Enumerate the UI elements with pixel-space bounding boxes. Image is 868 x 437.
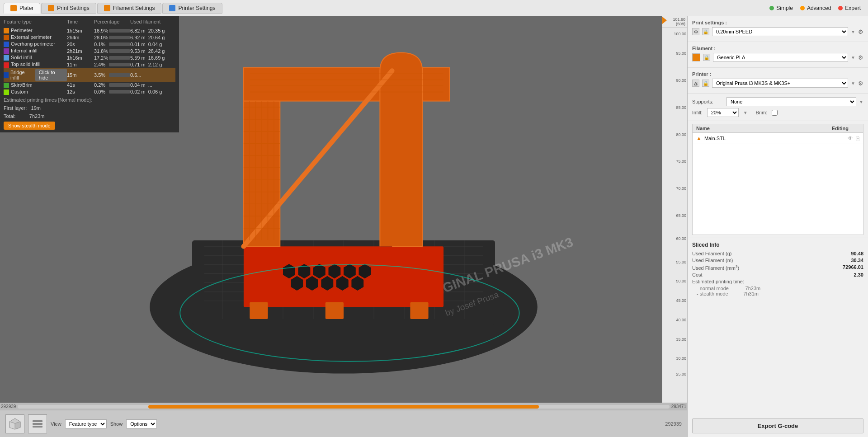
brim-label: Brim: xyxy=(756,110,768,115)
tab-plater[interactable]: Plater xyxy=(4,3,40,14)
main-layout: Feature type Time Percentage Used filame… xyxy=(0,16,868,437)
normal-mode-label: - normal mode xyxy=(697,286,729,291)
tab-filament-settings[interactable]: Filament Settings xyxy=(97,3,162,14)
tab-printer-settings[interactable]: Printer Settings xyxy=(162,3,222,14)
mode-simple[interactable]: Simple xyxy=(769,5,793,11)
printer-lock-icon[interactable]: 🔒 xyxy=(702,80,709,87)
printer-section: Printer : 🖨 🔒 Original Prusa i3 MK3S & M… xyxy=(688,68,868,94)
filament-label: Filament : xyxy=(692,46,863,51)
printer-settings-icon xyxy=(169,5,175,11)
sliced-row-cost: Cost 2.30 xyxy=(692,272,863,277)
simple-dot xyxy=(769,6,774,10)
mode-advanced-label: Advanced xyxy=(807,5,831,11)
eye-icon[interactable]: 👁 xyxy=(848,135,853,141)
filament-row: 🔒 Generic PLA ▼ ⚙ xyxy=(692,53,863,62)
supports-dropdown-arrow[interactable]: ▼ xyxy=(859,99,863,104)
supports-select[interactable]: None xyxy=(726,97,856,106)
mode-expert[interactable]: Expert xyxy=(838,5,861,11)
col-name-label: Name xyxy=(696,126,823,131)
object-list-empty xyxy=(693,144,863,235)
top-tabs-bar: Plater Print Settings Filament Settings … xyxy=(0,0,868,16)
normal-mode-val: 7h23m xyxy=(745,286,761,291)
h-scrollbar-thumb[interactable] xyxy=(148,405,539,409)
sliced-row-g: Used Filament (g) 90.48 xyxy=(692,251,863,256)
tab-plater-label: Plater xyxy=(19,5,33,11)
options-select[interactable]: Options xyxy=(126,419,157,428)
ruler-arrow xyxy=(662,17,667,24)
printer-select[interactable]: Original Prusa i3 MK3S & MK3S+ xyxy=(712,79,848,88)
mode-expert-label: Expert xyxy=(845,5,861,11)
bottom-coords: 292939 xyxy=(665,421,682,427)
print-settings-select[interactable]: 0.20mm SPEED xyxy=(712,27,848,36)
feature-type-select[interactable]: Feature type xyxy=(65,419,107,428)
supports-row: Supports: None ▼ xyxy=(692,97,863,106)
stealth-mode-label: - stealth mode xyxy=(697,291,728,296)
filament-config-icon[interactable]: ⚙ xyxy=(858,54,863,61)
filament-section: Filament : 🔒 Generic PLA ▼ ⚙ xyxy=(688,42,868,68)
mode-selector: Simple Advanced Expert xyxy=(769,5,864,11)
sliced-g-label: Used Filament (g) xyxy=(692,251,731,256)
svg-rect-20 xyxy=(244,246,443,307)
printer-row: 🖨 🔒 Original Prusa i3 MK3S & MK3S+ ▼ ⚙ xyxy=(692,79,863,88)
view-label: View xyxy=(51,421,61,427)
infill-select[interactable]: 20% xyxy=(707,108,739,117)
tab-filament-settings-label: Filament Settings xyxy=(113,5,155,11)
export-gcode-button[interactable]: Export G-code xyxy=(692,418,863,433)
edit-icon[interactable]: ⎘ xyxy=(856,135,859,142)
plater-icon xyxy=(10,5,17,11)
right-content: Print settings : ⚙ 🔒 0.20mm SPEED ▼ ⚙ Fi… xyxy=(688,16,868,415)
sliced-row-mm3: Used Filament (mm3) 72966.01 xyxy=(692,264,863,271)
supports-infill-section: Supports: None ▼ Infill: 20% ▼ Brim: xyxy=(688,94,868,121)
sliced-est-label-row: Estimated printing time: xyxy=(692,279,863,284)
brim-checkbox[interactable] xyxy=(772,110,778,116)
filament-color-swatch[interactable] xyxy=(692,53,700,61)
viewport[interactable]: Feature type Time Percentage Used filame… xyxy=(0,16,687,437)
printer-config-icon[interactable]: ⚙ xyxy=(858,80,863,87)
layers-icon xyxy=(31,418,44,430)
tabs-left: Plater Print Settings Filament Settings … xyxy=(4,3,222,14)
sliced-m-value: 30.34 xyxy=(851,258,863,263)
print-settings-lock-icon[interactable]: 🔒 xyxy=(702,28,709,35)
sliced-est-label: Estimated printing time: xyxy=(692,279,744,284)
h-scrollbar-track[interactable] xyxy=(18,405,669,409)
svg-rect-59 xyxy=(326,302,344,319)
sliced-cost-label: Cost xyxy=(692,272,703,277)
tab-printer-settings-label: Printer Settings xyxy=(178,5,215,11)
view-layers-button[interactable] xyxy=(28,414,47,433)
object-list-header: Name Editing xyxy=(693,124,863,133)
sliced-row-m: Used Filament (m) 30.34 xyxy=(692,258,863,263)
printer-label: Printer : xyxy=(692,71,863,77)
infill-row: Infill: 20% ▼ Brim: xyxy=(692,108,863,117)
printer-icon[interactable]: 🖨 xyxy=(692,80,699,87)
view-cube-button[interactable] xyxy=(5,414,24,433)
v-ruler: 101.60 (508) 100.00 95.00 90.00 85.00 80… xyxy=(662,16,687,403)
coord-left: 292939 xyxy=(1,404,16,409)
infill-dropdown-arrow[interactable]: ▼ xyxy=(743,110,748,115)
svg-rect-64 xyxy=(33,420,42,422)
cube-icon xyxy=(9,418,21,430)
h-scrollbar[interactable]: 292939 293471 xyxy=(0,403,687,410)
svg-rect-58 xyxy=(410,302,428,319)
3d-canvas[interactable]: ORIGINAL PRUSA i3 MK3 by Josef Prusa xyxy=(0,16,687,410)
svg-rect-57 xyxy=(250,302,268,319)
print-settings-config-icon[interactable]: ⚙ xyxy=(858,28,863,35)
print-settings-gear-icon[interactable]: ⚙ xyxy=(692,28,699,35)
sliced-mm3-value: 72966.01 xyxy=(843,264,863,271)
sliced-normal-mode-row: - normal mode 7h23m xyxy=(692,286,863,291)
expert-dot xyxy=(838,6,843,10)
filament-lock-icon[interactable]: 🔒 xyxy=(703,54,710,61)
filament-dropdown-arrow[interactable]: ▼ xyxy=(851,55,855,60)
tab-print-settings-label: Print Settings xyxy=(57,5,89,11)
print-settings-icon xyxy=(48,5,54,11)
filament-settings-icon xyxy=(104,5,110,11)
print-settings-dropdown-arrow[interactable]: ▼ xyxy=(851,29,855,34)
filament-select[interactable]: Generic PLA xyxy=(713,53,848,62)
object-name: Main.STL xyxy=(704,136,845,141)
printer-dropdown-arrow[interactable]: ▼ xyxy=(851,81,855,86)
object-list-row-main[interactable]: ▲ Main.STL 👁 ⎘ xyxy=(693,133,863,144)
coord-right: 293471 xyxy=(671,404,686,409)
model-svg: ORIGINAL PRUSA i3 MK3 by Josef Prusa xyxy=(0,16,687,410)
mode-advanced[interactable]: Advanced xyxy=(800,5,831,11)
sliced-info-title: Sliced Info xyxy=(692,242,863,248)
tab-print-settings[interactable]: Print Settings xyxy=(41,3,96,14)
